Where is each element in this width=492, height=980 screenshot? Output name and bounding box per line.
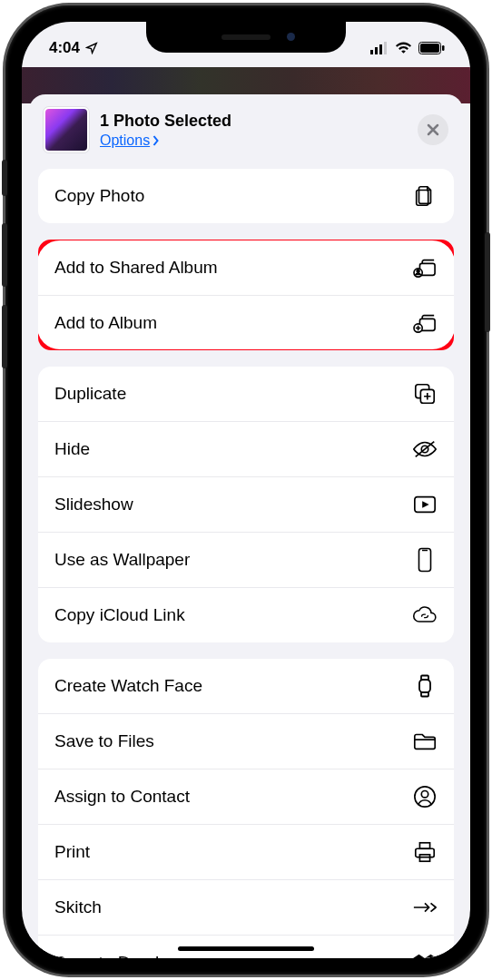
printer-icon xyxy=(412,839,438,865)
slideshow-icon xyxy=(412,492,438,517)
chevron-right-icon xyxy=(152,135,160,146)
svg-rect-25 xyxy=(419,843,429,849)
action-duplicate[interactable]: Duplicate xyxy=(38,367,454,421)
row-label: Use as Wallpaper xyxy=(54,550,190,570)
row-label: Copy iCloud Link xyxy=(54,605,185,625)
icloud-link-icon xyxy=(412,603,438,628)
options-link[interactable]: Options xyxy=(100,132,160,149)
section-3: Create Watch Face Save to Files xyxy=(38,659,454,958)
svg-rect-2 xyxy=(379,44,382,54)
svg-rect-5 xyxy=(420,44,439,53)
skitch-icon xyxy=(412,895,438,920)
svg-rect-20 xyxy=(419,680,430,692)
action-save-files[interactable]: Save to Files xyxy=(38,713,454,769)
row-label: Create Watch Face xyxy=(54,676,202,696)
duplicate-icon xyxy=(412,381,438,407)
action-add-shared-album[interactable]: Add to Shared Album xyxy=(38,240,454,295)
row-label: Assign to Contact xyxy=(54,787,190,807)
wallpaper-icon xyxy=(412,547,438,573)
close-icon xyxy=(427,123,439,136)
row-label: Print xyxy=(54,842,90,862)
location-icon xyxy=(85,42,98,54)
dropbox-icon xyxy=(412,950,438,958)
album-shared-icon xyxy=(412,255,438,280)
svg-point-10 xyxy=(417,270,419,272)
screen: 4:04 xyxy=(22,22,470,958)
row-label: Add to Album xyxy=(54,313,157,333)
svg-rect-6 xyxy=(442,45,445,51)
album-add-icon xyxy=(412,310,438,336)
notch xyxy=(146,22,346,53)
section-0: Copy Photo xyxy=(38,169,454,223)
power-button xyxy=(485,232,490,332)
svg-rect-0 xyxy=(370,50,373,54)
row-label: Save to Dropbox xyxy=(54,953,183,958)
action-assign-contact[interactable]: Assign to Contact xyxy=(38,769,454,824)
svg-point-23 xyxy=(421,791,428,798)
action-copy-icloud-link[interactable]: Copy iCloud Link xyxy=(38,587,454,642)
section-2: Duplicate Hide xyxy=(38,367,454,642)
svg-rect-26 xyxy=(419,855,429,861)
copy-doc-icon xyxy=(412,183,438,209)
battery-icon xyxy=(418,42,445,54)
action-print[interactable]: Print xyxy=(38,824,454,879)
selection-title: 1 Photo Selected xyxy=(100,112,407,131)
row-label: Slideshow xyxy=(54,495,133,514)
contact-icon xyxy=(412,784,438,809)
close-button[interactable] xyxy=(418,114,448,145)
action-hide[interactable]: Hide xyxy=(38,421,454,476)
action-add-album[interactable]: Add to Album xyxy=(38,295,454,350)
section-1: Add to Shared Album Add to Album xyxy=(38,240,454,350)
mute-switch xyxy=(2,160,7,196)
svg-rect-18 xyxy=(419,549,431,572)
row-label: Duplicate xyxy=(54,384,126,404)
action-watch-face[interactable]: Create Watch Face xyxy=(38,659,454,713)
action-wallpaper[interactable]: Use as Wallpaper xyxy=(38,532,454,587)
svg-rect-1 xyxy=(375,47,378,54)
status-time: 4:04 xyxy=(49,39,80,57)
action-skitch[interactable]: Skitch xyxy=(38,879,454,935)
sheet-header: 1 Photo Selected Options xyxy=(29,94,463,169)
cellular-icon xyxy=(370,42,389,54)
row-label: Add to Shared Album xyxy=(54,258,218,278)
hide-icon xyxy=(412,436,438,462)
options-label: Options xyxy=(100,132,150,149)
action-slideshow[interactable]: Slideshow xyxy=(38,476,454,532)
watch-icon xyxy=(412,673,438,699)
wifi-icon xyxy=(395,42,412,54)
folder-icon xyxy=(412,729,438,754)
volume-up-button xyxy=(2,223,7,287)
row-label: Skitch xyxy=(54,897,102,917)
volume-down-button xyxy=(2,305,7,368)
action-copy-photo[interactable]: Copy Photo xyxy=(38,169,454,223)
svg-rect-24 xyxy=(416,848,434,857)
row-label: Save to Files xyxy=(54,731,154,751)
phone-frame: 4:04 xyxy=(5,5,487,975)
svg-point-22 xyxy=(415,787,435,807)
photo-thumbnail[interactable] xyxy=(44,107,89,152)
home-indicator[interactable] xyxy=(178,946,314,951)
share-sheet: 1 Photo Selected Options Copy Photo xyxy=(29,94,463,958)
row-label: Hide xyxy=(54,439,90,459)
row-label: Copy Photo xyxy=(54,186,144,206)
svg-rect-3 xyxy=(384,42,387,54)
